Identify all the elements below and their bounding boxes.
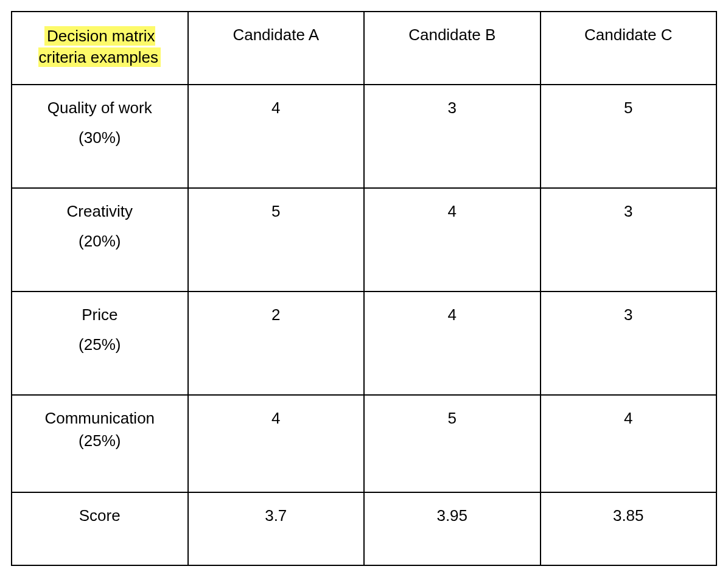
table-row: Communication (25%) 4 5 4 <box>12 395 716 492</box>
header-candidate-b: Candidate B <box>364 12 541 85</box>
header-criteria: Decision matrix criteria examples <box>12 12 188 85</box>
header-candidate-a: Candidate A <box>188 12 365 85</box>
criteria-weight: (20%) <box>18 232 181 251</box>
score-value: 3.7 <box>188 492 365 565</box>
criteria-cell: Quality of work (30%) <box>12 85 188 188</box>
criteria-name: Quality of work <box>18 99 181 117</box>
value-cell: 3 <box>541 188 717 292</box>
criteria-weight: (30%) <box>18 128 181 147</box>
value-cell: 3 <box>541 292 717 395</box>
score-row: Score 3.7 3.95 3.85 <box>12 492 716 565</box>
table-row: Price (25%) 2 4 3 <box>12 292 716 395</box>
score-value: 3.85 <box>541 492 717 565</box>
criteria-name: Price <box>18 305 181 324</box>
table-header-row: Decision matrix criteria examples Candid… <box>12 12 716 85</box>
table-row: Creativity (20%) 5 4 3 <box>12 188 716 292</box>
value-cell: 4 <box>541 395 717 492</box>
value-cell: 4 <box>364 188 541 292</box>
value-cell: 4 <box>364 292 541 395</box>
header-candidate-c: Candidate C <box>541 12 717 85</box>
header-criteria-line2: criteria examples <box>38 48 158 66</box>
value-cell: 5 <box>188 188 365 292</box>
highlighted-title: Decision matrix criteria examples <box>38 26 161 67</box>
value-cell: 4 <box>188 85 365 188</box>
value-cell: 3 <box>364 85 541 188</box>
criteria-weight: (25%) <box>18 431 181 450</box>
criteria-cell: Communication (25%) <box>12 395 188 492</box>
criteria-name: Creativity <box>18 202 181 221</box>
value-cell: 5 <box>541 85 717 188</box>
score-value: 3.95 <box>364 492 541 565</box>
header-criteria-line1: Decision matrix <box>47 27 155 45</box>
criteria-cell: Price (25%) <box>12 292 188 395</box>
value-cell: 5 <box>364 395 541 492</box>
table-row: Quality of work (30%) 4 3 5 <box>12 85 716 188</box>
value-cell: 2 <box>188 292 365 395</box>
criteria-name: Communication <box>18 409 181 428</box>
page: Decision matrix criteria examples Candid… <box>0 0 728 583</box>
criteria-cell: Creativity (20%) <box>12 188 188 292</box>
decision-matrix-table: Decision matrix criteria examples Candid… <box>11 11 717 566</box>
criteria-weight: (25%) <box>18 335 181 354</box>
value-cell: 4 <box>188 395 365 492</box>
score-label: Score <box>12 492 188 565</box>
